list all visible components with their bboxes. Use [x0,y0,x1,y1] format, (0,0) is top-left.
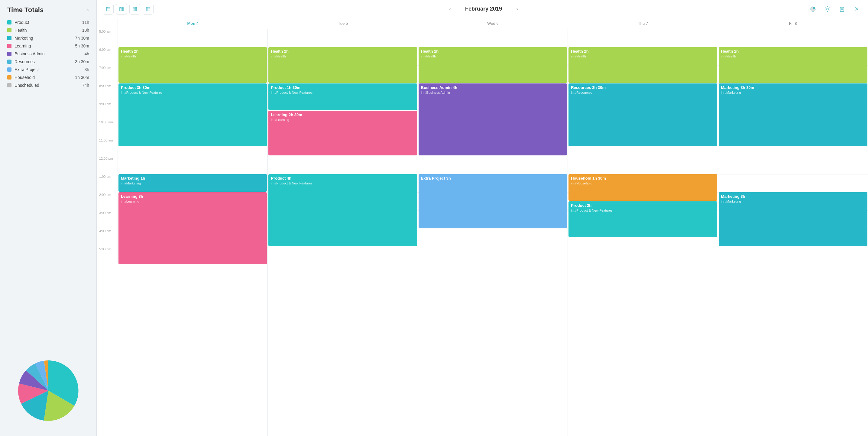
svg-rect-27 [840,7,844,11]
event-title: Learning 3h [121,194,265,199]
slot-mon-5am[interactable] [118,29,268,47]
svg-rect-4 [120,7,123,11]
time-800am: 8:00 am [97,83,118,101]
nav-controls: ‹ February 2019 › [160,4,808,13]
legend-dot-product [7,20,11,25]
day-header-fri: Fri 8 [718,18,868,29]
sidebar-title: Time Totals [7,6,43,14]
legend-name-marketing: Marketing [14,36,75,40]
event-mon-marketing[interactable]: Marketing 1h in #Marketing [119,174,267,192]
legend-dot-extra-project [7,67,11,72]
event-mon-health[interactable]: Health 2h in #Health [119,47,267,83]
legend-value-resources: 3h 30m [75,59,89,64]
event-title: Marketing 1h [121,176,265,181]
event-tue-product2[interactable]: Product 4h in #Product & New Features [268,174,417,246]
legend-dot-resources [7,60,11,64]
clipboard-icon[interactable] [837,4,847,14]
day-header-thu: Thu 7 [568,18,718,29]
view-icons [103,4,154,14]
legend-value-business-admin: 4h [84,51,89,56]
legend-name-unscheduled: Unscheduled [14,83,82,88]
legend-name-business-admin: Business Admin [14,51,84,56]
legend-value-household: 1h 30m [75,75,89,80]
slot-mon-12pm[interactable] [118,156,268,174]
legend-list: Product 11h Health 10h Marketing 7h 30m … [7,20,89,91]
legend-value-unscheduled: 74h [82,83,89,88]
legend-dot-household [7,75,11,80]
toolbar: ‹ February 2019 › [97,0,868,18]
legend-name-household: Household [14,75,75,80]
close-toolbar-icon[interactable]: ✕ [851,4,862,14]
event-sub: in #Health [121,54,265,58]
event-title: Health 2h [121,49,265,54]
next-button[interactable]: › [514,4,521,13]
legend-item-unscheduled: Unscheduled 74h [7,83,89,88]
legend-dot-learning [7,44,11,48]
close-icon[interactable]: × [86,7,89,13]
legend-item-extra-project: Extra Project 3h [7,67,89,72]
event-sub: in #Marketing [121,181,265,185]
legend-item-resources: Resources 3h 30m [7,59,89,64]
legend-item-learning: Learning 5h 30m [7,43,89,48]
time-400pm: 4:00 pm [97,229,118,247]
event-thu-product[interactable]: Product 2h in #Product & New Features [568,201,717,237]
time-900am: 9:00 am [97,101,118,120]
time-600am: 6:00 am [97,47,118,65]
event-sub: in #Product & New Features [121,91,265,94]
time-1200pm: 12:00 pm [97,156,118,174]
day-headers: Mon 4 Tue 5 Wed 6 Thu 7 Fri 8 [97,18,868,29]
day-header-tue: Tue 5 [268,18,418,29]
legend-value-learning: 5h 30m [75,43,89,48]
time-100pm: 1:00 pm [97,174,118,192]
days-container: Health 2h in #Health Product 3h 30m in #… [118,29,868,436]
event-mon-product[interactable]: Product 3h 30m in #Product & New Feature… [119,83,267,146]
event-fri-marketing2[interactable]: Marketing 3h in #Marketing [719,192,867,246]
event-thu-health[interactable]: Health 2h in #Health [568,47,717,83]
time-500pm: 5:00 pm [97,247,118,265]
legend-dot-health [7,28,11,32]
event-tue-health[interactable]: Health 2h in #Health [268,47,417,83]
event-wed-extra[interactable]: Extra Project 3h [418,174,567,228]
pie-chart-icon[interactable] [808,4,818,14]
settings-icon[interactable] [822,4,833,14]
time-700am: 7:00 am [97,65,118,83]
time-1100am: 11:00 am [97,138,118,156]
legend-name-resources: Resources [14,59,75,64]
event-thu-resources[interactable]: Resources 3h 30m in #Resources [568,83,717,146]
time-labels: 5:00 am 6:00 am 7:00 am 8:00 am 9:00 am … [97,29,118,436]
view-4day-button[interactable] [116,4,127,14]
event-wed-health[interactable]: Health 2h in #Health [418,47,567,83]
event-tue-product[interactable]: Product 1h 30m in #Product & New Feature… [268,83,417,110]
event-tue-learning[interactable]: Learning 2h 30m in #Learning [268,111,417,155]
event-sub: in #Learning [121,200,265,203]
legend-name-learning: Learning [14,43,75,48]
pie-chart-container [7,351,89,430]
view-month-button[interactable] [143,4,154,14]
prev-button[interactable]: ‹ [447,4,453,13]
event-thu-household[interactable]: Household 1h 30m in #Household [568,174,717,201]
day-header-mon: Mon 4 [118,18,268,29]
view-week-button[interactable] [129,4,140,14]
day-col-wed: Health 2h in #Health Business Admin 4h i… [418,29,568,436]
day-col-tue: Health 2h in #Health Product 1h 30m in #… [268,29,418,436]
event-mon-learning[interactable]: Learning 3h in #Learning [119,192,267,264]
legend-value-extra-project: 3h [84,67,89,72]
toolbar-actions: ✕ [808,4,862,14]
legend-name-extra-project: Extra Project [14,67,84,72]
view-day-button[interactable] [103,4,114,14]
event-fri-health[interactable]: Health 2h in #Health [719,47,867,83]
event-fri-marketing[interactable]: Marketing 3h 30m in #Marketing [719,83,867,146]
legend-dot-business-admin [7,52,11,56]
legend-name-product: Product [14,20,82,25]
legend-value-health: 10h [82,28,89,33]
event-title: Product 3h 30m [121,85,265,90]
sidebar: Time Totals × Product 11h Health 10h Mar… [0,0,97,436]
legend-item-marketing: Marketing 7h 30m [7,36,89,40]
legend-item-product: Product 11h [7,20,89,25]
legend-value-marketing: 7h 30m [75,36,89,40]
time-1000am: 10:00 am [97,120,118,138]
time-300pm: 3:00 pm [97,210,118,229]
legend-item-household: Household 1h 30m [7,75,89,80]
day-col-fri: Health 2h in #Health Marketing 3h 30m in… [718,29,868,436]
event-wed-business[interactable]: Business Admin 4h in #Business Admin [418,83,567,155]
